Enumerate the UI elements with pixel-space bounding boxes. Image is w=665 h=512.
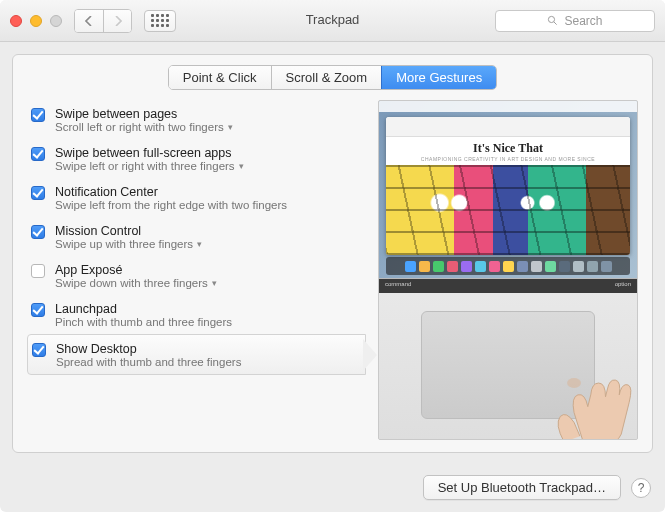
option-title: Notification Center	[55, 185, 287, 199]
key-left: command	[385, 281, 411, 291]
chevron-down-icon: ▾	[228, 122, 233, 132]
panel-body: Swipe between pagesScroll left or right …	[27, 100, 638, 440]
option-row[interactable]: LaunchpadPinch with thumb and three fing…	[27, 295, 360, 334]
option-subtitle[interactable]: Swipe left or right with three fingers▾	[55, 160, 244, 172]
option-row[interactable]: App ExposéSwipe down with three fingers▾	[27, 256, 360, 295]
preview-site-tag: CHAMPIONING CREATIVITY IN ART DESIGN AND…	[386, 156, 630, 165]
dock-app-icon	[587, 261, 598, 272]
forward-button[interactable]	[103, 10, 131, 32]
minimize-icon[interactable]	[30, 15, 42, 27]
chevron-down-icon: ▾	[239, 161, 244, 171]
option-subtitle: Pinch with thumb and three fingers	[55, 316, 232, 328]
nav-buttons	[74, 9, 132, 33]
content-area: Point & ClickScroll & ZoomMore Gestures …	[0, 42, 665, 465]
svg-point-0	[549, 16, 555, 22]
preview-artwork	[386, 165, 630, 255]
dock-app-icon	[559, 261, 570, 272]
footer: Set Up Bluetooth Trackpad… ?	[0, 465, 665, 512]
checkbox[interactable]	[31, 303, 45, 317]
option-title: Swipe between full-screen apps	[55, 146, 244, 160]
dock-app-icon	[405, 261, 416, 272]
dock-app-icon	[503, 261, 514, 272]
dock-app-icon	[601, 261, 612, 272]
chevron-down-icon: ▾	[197, 239, 202, 249]
option-row[interactable]: Notification CenterSwipe left from the r…	[27, 178, 360, 217]
panel: Point & ClickScroll & ZoomMore Gestures …	[12, 54, 653, 453]
preview-browser-chrome	[386, 117, 630, 137]
setup-bluetooth-button[interactable]: Set Up Bluetooth Trackpad…	[423, 475, 621, 500]
gesture-options-list: Swipe between pagesScroll left or right …	[27, 100, 360, 440]
preview-pane: It's Nice That CHAMPIONING CREATIVITY IN…	[378, 100, 638, 440]
checkbox[interactable]	[31, 225, 45, 239]
preview-site-title: It's Nice That	[386, 137, 630, 156]
option-subtitle: Swipe left from the right edge with two …	[55, 199, 287, 211]
search-placeholder: Search	[564, 14, 602, 28]
dock-app-icon	[545, 261, 556, 272]
checkbox[interactable]	[31, 108, 45, 122]
option-row[interactable]: Swipe between full-screen appsSwipe left…	[27, 139, 360, 178]
option-title: Show Desktop	[56, 342, 241, 356]
checkbox[interactable]	[32, 343, 46, 357]
key-right: option	[615, 281, 631, 291]
option-row[interactable]: Mission ControlSwipe up with three finge…	[27, 217, 360, 256]
checkbox[interactable]	[31, 147, 45, 161]
preview-screen: It's Nice That CHAMPIONING CREATIVITY IN…	[379, 101, 637, 279]
option-subtitle[interactable]: Swipe up with three fingers▾	[55, 238, 202, 250]
option-title: Launchpad	[55, 302, 232, 316]
tab-point-click[interactable]: Point & Click	[169, 66, 271, 89]
thumb-shadow	[567, 378, 581, 388]
chevron-down-icon: ▾	[212, 278, 217, 288]
tab-bar: Point & ClickScroll & ZoomMore Gestures	[168, 65, 497, 90]
option-row[interactable]: Show DesktopSpread with thumb and three …	[27, 334, 366, 375]
dock-app-icon	[489, 261, 500, 272]
checkbox[interactable]	[31, 264, 45, 278]
search-icon	[547, 15, 558, 26]
option-title: App Exposé	[55, 263, 217, 277]
svg-line-1	[554, 22, 557, 25]
dock-app-icon	[447, 261, 458, 272]
tab-more-gestures[interactable]: More Gestures	[381, 66, 496, 89]
search-field[interactable]: Search	[495, 10, 655, 32]
preview-browser: It's Nice That CHAMPIONING CREATIVITY IN…	[386, 117, 630, 255]
option-title: Mission Control	[55, 224, 202, 238]
tab-scroll-zoom[interactable]: Scroll & Zoom	[271, 66, 382, 89]
dock-app-icon	[433, 261, 444, 272]
help-button[interactable]: ?	[631, 478, 651, 498]
dock-app-icon	[573, 261, 584, 272]
option-title: Swipe between pages	[55, 107, 233, 121]
hand-icon	[517, 325, 635, 440]
titlebar: Trackpad Search	[0, 0, 665, 42]
dock-app-icon	[475, 261, 486, 272]
traffic-lights	[10, 15, 62, 27]
zoom-icon[interactable]	[50, 15, 62, 27]
close-icon[interactable]	[10, 15, 22, 27]
option-subtitle[interactable]: Swipe down with three fingers▾	[55, 277, 217, 289]
checkbox[interactable]	[31, 186, 45, 200]
preview-trackpad-area	[379, 293, 637, 439]
option-subtitle[interactable]: Scroll left or right with two fingers▾	[55, 121, 233, 133]
dock-app-icon	[419, 261, 430, 272]
preview-dock	[386, 257, 630, 275]
grid-icon	[151, 14, 169, 27]
dock-app-icon	[531, 261, 542, 272]
preview-keyboard-row: command option	[379, 279, 637, 293]
dock-app-icon	[461, 261, 472, 272]
show-all-button[interactable]	[144, 10, 176, 32]
dock-app-icon	[517, 261, 528, 272]
back-button[interactable]	[75, 10, 103, 32]
preview-menubar	[379, 101, 637, 112]
option-row[interactable]: Swipe between pagesScroll left or right …	[27, 100, 360, 139]
prefs-window: Trackpad Search Point & ClickScroll & Zo…	[0, 0, 665, 512]
option-subtitle: Spread with thumb and three fingers	[56, 356, 241, 368]
